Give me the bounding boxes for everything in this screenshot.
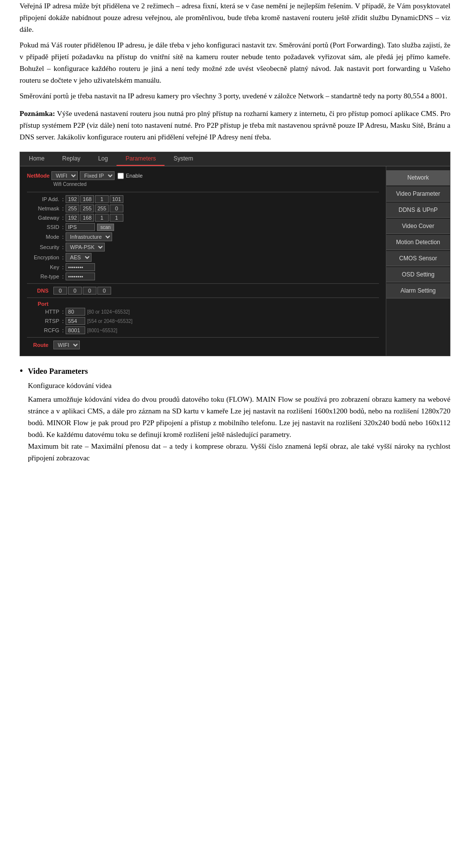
netmode-label: NetMode: [27, 173, 51, 179]
dns-row: DNS: [27, 287, 379, 295]
nav-log[interactable]: Log: [89, 152, 117, 166]
sidebar-btn-ddns[interactable]: DDNS & UPnP: [386, 203, 450, 218]
sidebar-btn-video-cover[interactable]: Video Cover: [386, 219, 450, 234]
enable-label: Enable: [126, 173, 142, 179]
netmask-colon: :: [62, 206, 64, 211]
divider-3: [27, 297, 379, 298]
enable-checkbox[interactable]: [118, 173, 124, 179]
rtsp-label: RTSP: [27, 318, 62, 324]
dns-octets: [53, 287, 111, 295]
security-select[interactable]: WPA-PSK: [66, 243, 105, 251]
http-hint: [80 or 1024~65532]: [87, 309, 130, 315]
mode-row: Mode : Infrastructure: [27, 232, 379, 241]
netmask-oct3[interactable]: [95, 205, 109, 212]
bullet-item-video-params: • Video Parameters Konfigurace kódování …: [20, 365, 450, 464]
route-select[interactable]: WIFI: [53, 341, 80, 349]
retype-row: Re-type :: [27, 273, 379, 280]
rtsp-port-input[interactable]: [66, 317, 85, 325]
bullet-section: • Video Parameters Konfigurace kódování …: [20, 365, 450, 464]
scan-button[interactable]: scan: [97, 224, 114, 231]
netmode-row: NetMode WIFI Fixed IP Enable: [27, 171, 379, 180]
security-colon: :: [62, 244, 64, 250]
rtsp-colon: :: [62, 318, 64, 324]
netmask-octets: [66, 205, 123, 212]
para-1: Veřejná IP adresa může být přidělena ve …: [20, 0, 450, 35]
netmask-label: Netmask: [27, 206, 62, 211]
netmode-section: NetMode WIFI Fixed IP Enable Wifi Connec…: [27, 171, 379, 187]
nav-system[interactable]: System: [164, 152, 202, 166]
mode-select[interactable]: Infrastructure: [66, 232, 112, 241]
para-3: Směrování portů je třeba nastavit na IP …: [20, 90, 450, 102]
sidebar-btn-video-parameter[interactable]: Video Parameter: [386, 186, 450, 202]
netmask-row: Netmask :: [27, 205, 379, 212]
retype-colon: :: [62, 274, 64, 279]
netmask-oct2[interactable]: [80, 205, 94, 212]
dns-oct4[interactable]: [97, 287, 111, 295]
camera-sidebar: Network Video Parameter DDNS & UPnP Vide…: [386, 166, 450, 356]
wifi-connected-text: Wifi Connected: [53, 182, 87, 187]
sidebar-btn-alarm-setting[interactable]: Alarm Setting: [386, 283, 450, 298]
gateway-row: Gateway :: [27, 214, 379, 222]
nav-replay[interactable]: Replay: [53, 152, 89, 166]
netmask-oct4[interactable]: [110, 205, 123, 212]
ipadd-oct1[interactable]: [66, 195, 79, 203]
nav-parameters[interactable]: Parameters: [117, 152, 164, 166]
divider-4: [27, 337, 379, 338]
rcfg-port-input[interactable]: [66, 326, 85, 334]
http-label: HTTP: [27, 309, 62, 315]
fixedip-select[interactable]: Fixed IP: [80, 171, 115, 180]
port-section-label: Port: [27, 301, 51, 307]
rtsp-hint: [554 or 2048~65532]: [87, 319, 133, 324]
ipadd-oct4[interactable]: [110, 195, 123, 203]
encryption-label: Encryption: [27, 254, 62, 260]
bullet-text: Kamera umožňuje kódování videa do dvou p…: [28, 393, 450, 440]
bullet-title: Video Parameters: [28, 365, 450, 378]
rcfg-hint: [8001~65532]: [87, 328, 117, 333]
ipadd-oct2[interactable]: [80, 195, 94, 203]
divider-2: [27, 283, 379, 284]
key-label: Key: [27, 264, 62, 270]
camera-nav: Home Replay Log Parameters System: [20, 152, 450, 166]
sidebar-btn-osd-setting[interactable]: OSD Setting: [386, 267, 450, 282]
mode-label: Mode: [27, 234, 62, 240]
bullet-dot: •: [20, 366, 23, 376]
http-port-input[interactable]: [66, 308, 85, 316]
http-row: HTTP : [80 or 1024~65532]: [27, 308, 379, 316]
divider-1: [27, 192, 379, 192]
dns-label: DNS: [27, 288, 51, 294]
text-block-1: Veřejná IP adresa může být přidělena ve …: [20, 0, 450, 102]
netmask-oct1[interactable]: [66, 205, 79, 212]
wifi-select[interactable]: WIFI: [51, 171, 78, 180]
bullet-content: Video Parameters Konfigurace kódování vi…: [28, 365, 450, 464]
gateway-oct4[interactable]: [110, 214, 123, 222]
retype-input[interactable]: [66, 273, 95, 280]
sidebar-btn-network[interactable]: Network: [386, 170, 450, 185]
port-section-row: Port: [27, 301, 379, 307]
camera-ui: Home Replay Log Parameters System NetMod…: [20, 152, 450, 356]
dns-oct3[interactable]: [83, 287, 96, 295]
rcfg-row: RCFG : [8001~65532]: [27, 326, 379, 334]
para-2: Pokud má Váš router přidělenou IP adresu…: [20, 39, 450, 86]
dns-oct2[interactable]: [68, 287, 82, 295]
mode-colon: :: [62, 234, 64, 240]
nav-home[interactable]: Home: [20, 152, 53, 166]
gateway-oct1[interactable]: [66, 214, 79, 222]
sidebar-btn-cmos-sensor[interactable]: CMOS Sensor: [386, 251, 450, 266]
gateway-label: Gateway: [27, 215, 62, 221]
route-label: Route: [27, 342, 51, 348]
gateway-oct3[interactable]: [95, 214, 109, 222]
key-input[interactable]: [66, 263, 95, 271]
security-row: Security : WPA-PSK: [27, 243, 379, 251]
retype-label: Re-type: [27, 274, 62, 279]
ipadd-octets: [66, 195, 123, 203]
ssid-input[interactable]: [66, 223, 95, 231]
encryption-row: Encryption : AES: [27, 253, 379, 262]
note-text: Poznámka: Výše uvedená nastavení routeru…: [20, 108, 450, 143]
rtsp-row: RTSP : [554 or 2048~65532]: [27, 317, 379, 325]
encryption-select[interactable]: AES: [66, 253, 92, 262]
sidebar-btn-motion-detection[interactable]: Motion Detection: [386, 235, 450, 250]
ssid-colon: :: [62, 224, 64, 230]
dns-oct1[interactable]: [53, 287, 67, 295]
gateway-oct2[interactable]: [80, 214, 94, 222]
ipadd-oct3[interactable]: [95, 195, 109, 203]
